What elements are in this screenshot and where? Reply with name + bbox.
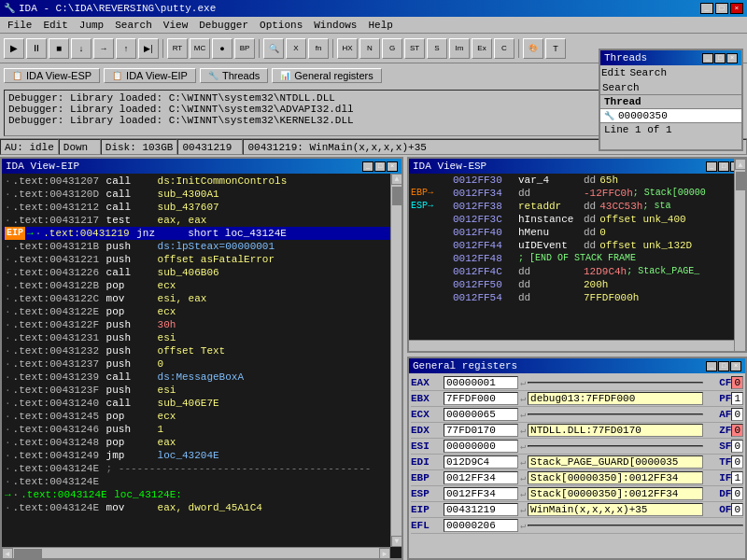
code-line-20: · .text:00431248 pop eax <box>3 436 390 449</box>
tab-eip-icon: 📋 <box>112 71 122 80</box>
threads-menu-edit[interactable]: Edit <box>601 67 626 78</box>
xref-button[interactable]: X <box>286 38 306 59</box>
regs-panel-content: EAX 00000001 ↵ CF 0 EBX 7FFDF000 ↵ debug… <box>409 373 745 558</box>
reg-row-efl: EFL 00000206 ↵ <box>411 518 743 534</box>
threads-footer: Line 1 of 1 <box>600 122 741 136</box>
threads-minimize-btn[interactable]: _ <box>702 53 713 63</box>
threads-column-header: Thread <box>604 96 641 107</box>
tab-threads[interactable]: 🔧 Threads <box>200 68 268 83</box>
menu-windows[interactable]: Windows <box>308 19 362 32</box>
minimize-button[interactable]: _ <box>700 3 713 14</box>
exports-button[interactable]: Ex <box>472 38 492 59</box>
color-button[interactable]: 🎨 <box>523 38 543 59</box>
pause-button[interactable]: ⏸ <box>26 38 47 59</box>
code-line-16: · .text:0043123F push esi <box>3 384 390 397</box>
eip-scroll-down-btn[interactable]: ▼ <box>391 536 402 547</box>
status-address: 00431219 <box>177 139 243 155</box>
eip-panel-title: IDA View-EIP _ □ × <box>2 159 402 174</box>
menu-file[interactable]: File <box>2 19 37 32</box>
esp-row-5: 0012FF44 uIDEvent dd offset unk_132D <box>409 239 745 252</box>
eip-maximize-btn[interactable]: □ <box>374 161 386 172</box>
eip-scrollbar-h[interactable]: ◄ ► <box>2 547 390 558</box>
step-out-button[interactable]: ↑ <box>116 38 136 59</box>
reg-row-edi: EDI 012D9C4 ↵ Stack_PAGE_GUARD[0000035 T… <box>411 455 743 470</box>
run-button[interactable]: ▶ <box>4 38 24 59</box>
step-into-button[interactable]: ↓ <box>71 38 92 59</box>
eip-minimize-btn[interactable]: _ <box>362 161 374 172</box>
menu-search[interactable]: Search <box>109 19 158 32</box>
code-line-12: · .text:00431231 push esi <box>3 331 390 344</box>
code-line-3: · .text:00431217 test eax, eax <box>3 214 390 227</box>
esp-maximize-btn[interactable]: □ <box>718 161 729 172</box>
menu-debugger[interactable]: Debugger <box>193 19 254 32</box>
imports-button[interactable]: Im <box>449 38 470 59</box>
tab-ida-view-eip[interactable]: 📋 IDA View-EIP <box>104 68 196 83</box>
run-until-return-button[interactable]: RT <box>167 38 188 59</box>
reg-row-edx: EDX 77FD0170 ↵ NTDLL.DLL:77FD0170 ZF 0 <box>411 423 743 439</box>
tab-general-registers[interactable]: 📊 General registers <box>272 68 381 83</box>
run-to-cursor-button[interactable]: ▶| <box>138 38 159 59</box>
strings-button[interactable]: S <box>427 38 447 59</box>
code-line-24: → · .text:0043124E loc_43124E: <box>3 488 390 501</box>
esp-scrollbar-v[interactable]: ▲ <box>734 174 745 351</box>
code-button[interactable]: C <box>494 38 514 59</box>
esp-row-9: 0012FF54 dd 7FFDF000h <box>409 291 745 304</box>
eip-scrollbar-v[interactable]: ▲ ▼ <box>390 174 402 547</box>
title-bar: 🔧 IDA - C:\IDA\REVERSING\putty.exe _ □ × <box>0 0 747 17</box>
threads-menu-search[interactable]: Search <box>629 67 667 78</box>
stack-button[interactable]: ST <box>404 38 425 59</box>
threads-maximize-btn[interactable]: □ <box>714 53 726 63</box>
esp-panel-label: IDA View-ESP <box>413 161 486 172</box>
maximize-button[interactable]: □ <box>715 3 728 14</box>
names-button[interactable]: N <box>359 38 380 59</box>
code-line-17: · .text:00431240 call sub_406E7E <box>3 397 390 410</box>
toolbar-sep-1 <box>162 39 163 58</box>
threads-table-header: Thread <box>600 95 741 109</box>
esp-scrollbar-h[interactable] <box>409 340 734 351</box>
regs-close-btn[interactable]: × <box>730 361 741 371</box>
esp-row-1: EBP→ 0012FF34 dd -12FFC0h ; Stack[00000 <box>409 187 745 200</box>
tab-ida-view-esp[interactable]: 📋 IDA View-ESP <box>4 68 100 83</box>
threads-title-bar: Threads _ □ × <box>600 50 741 65</box>
manual-calc-button[interactable]: MC <box>190 38 210 59</box>
esp-scroll-thumb[interactable] <box>736 174 745 190</box>
regs-panel-title: General registers _ □ × <box>409 358 745 373</box>
menu-edit[interactable]: Edit <box>37 19 73 32</box>
eip-scroll-up-btn[interactable]: ▲ <box>391 174 402 185</box>
menu-jump[interactable]: Jump <box>74 19 109 32</box>
code-line-2: · .text:00431212 call sub_437607 <box>3 201 390 214</box>
code-line-4-eip: EIP → · .text:00431219 jnz short loc_431… <box>3 227 390 240</box>
esp-panel-content[interactable]: 0012FF30 var_4 dd 65h EBP→ 0012FF34 dd -… <box>409 174 745 351</box>
eip-close-btn[interactable]: × <box>387 161 398 172</box>
step-over-button[interactable]: → <box>93 38 114 59</box>
threads-close-btn[interactable]: × <box>726 53 738 63</box>
close-button[interactable]: × <box>730 3 743 14</box>
window-title: IDA - C:\IDA\REVERSING\putty.exe <box>19 3 216 14</box>
reg-row-eip: EIP 00431219 ↵ WinMain(x,x,x,x)+35 OF 0 <box>411 502 743 518</box>
stop-button[interactable]: ■ <box>49 38 69 59</box>
search-button[interactable]: 🔍 <box>263 38 284 59</box>
code-line-14: · .text:00431237 push 0 <box>3 357 390 371</box>
type-button[interactable]: T <box>545 38 566 59</box>
function-button[interactable]: fn <box>308 38 329 59</box>
eip-panel-content[interactable]: · .text:00431207 call ds:InitCommonContr… <box>2 174 402 558</box>
thread-icon: 🔧 <box>604 111 614 121</box>
regs-maximize-btn[interactable]: □ <box>718 361 729 371</box>
menu-bar: File Edit Jump Search View Debugger Opti… <box>0 17 747 34</box>
threads-row-0[interactable]: 🔧 00000350 <box>600 109 741 122</box>
bp-list-button[interactable]: BP <box>234 38 255 59</box>
esp-minimize-btn[interactable]: _ <box>706 161 717 172</box>
eip-scroll-right-btn[interactable]: ► <box>379 548 390 559</box>
regs-minimize-btn[interactable]: _ <box>706 361 717 371</box>
graph-button[interactable]: G <box>382 38 402 59</box>
menu-options[interactable]: Options <box>254 19 308 32</box>
eip-scroll-thumb[interactable] <box>392 187 402 205</box>
breakpoint-button[interactable]: ● <box>212 38 233 59</box>
eip-scroll-left-btn[interactable]: ◄ <box>2 548 13 559</box>
menu-view[interactable]: View <box>158 19 193 32</box>
hex-view-button[interactable]: HX <box>337 38 358 59</box>
eip-scroll-hthumb[interactable] <box>14 549 42 558</box>
code-line-1: · .text:0043120D call sub_4300A1 <box>3 188 390 201</box>
menu-help[interactable]: Help <box>362 19 398 32</box>
code-line-6: · .text:00431221 push offset asFatalErro… <box>3 253 390 266</box>
